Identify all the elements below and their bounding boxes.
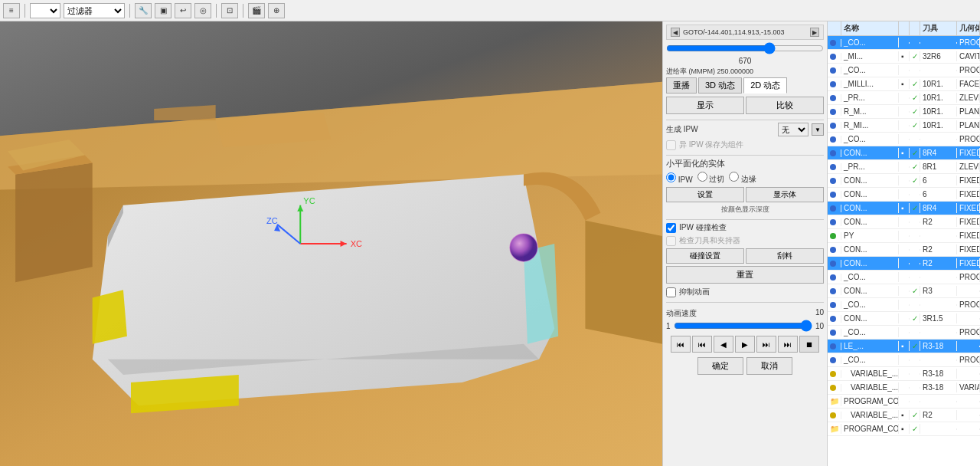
ok-cancel-row: 确定 取消 [666, 357, 824, 375]
tree-row[interactable]: CON... R2 FIXED_C... [828, 215, 980, 229]
cancel-btn[interactable]: 取消 [746, 357, 792, 375]
tree-vis [899, 42, 910, 44]
toolbar-btn-3[interactable]: ↩ [175, 3, 191, 18]
svg-text:XC: XC [351, 239, 362, 248]
tree-row[interactable]: _CO... PROGR... [828, 64, 980, 77]
material-btn[interactable]: 刮料 [746, 248, 824, 264]
tab-2d[interactable]: 2D 动态 [743, 77, 787, 94]
toolbar-btn-1[interactable]: 🔧 [135, 3, 152, 18]
goto-end-btn[interactable]: ⏭ [778, 336, 798, 353]
tree-row[interactable]: R_M... ✓ 10R1. PLANAR... [828, 105, 980, 119]
tree-name: CON... [841, 189, 899, 199]
tree-row[interactable]: CON... ✓ 6 FIXED_C... [828, 174, 980, 188]
tree-body[interactable]: _CO... PROGR... _MI... ▪ ✓ 32R6 CAVITY..… [828, 36, 980, 466]
svg-marker-2 [15, 162, 93, 282]
toolbar-btn-4[interactable]: ◎ [194, 3, 211, 18]
status-dot [830, 247, 836, 253]
tree-row[interactable]: _MI... ▪ ✓ 32R6 CAVITY... [828, 50, 980, 64]
tree-tool: 10R1. [920, 93, 957, 103]
tree-row[interactable]: CON... R2 FIXED_C... [828, 257, 980, 271]
tree-row[interactable]: 📁 PROGRAM_CO... ▪ ✓ [828, 422, 980, 436]
goto-start-btn[interactable]: ⏮ [671, 336, 691, 353]
check-tool-check[interactable] [666, 236, 676, 246]
tree-geom: PROGR... [957, 38, 980, 48]
tree-row[interactable]: CON... R2 FIXED_C... [828, 243, 980, 257]
status-dot [830, 371, 836, 377]
view-select[interactable]: 过滤器 [64, 3, 125, 18]
tree-row[interactable]: _CO... PROGR... [828, 326, 980, 340]
filter-select[interactable] [30, 3, 60, 18]
tree-geom: ZLEVEL... [957, 93, 980, 103]
tree-tool [920, 70, 957, 71]
tree-check [910, 249, 920, 251]
step-back-btn[interactable]: ⏮ [692, 336, 712, 353]
save-ipw-check[interactable] [666, 140, 676, 150]
goto-next-btn[interactable]: ▶ [810, 28, 819, 37]
tree-row[interactable]: CON... ▪ ✓ 8R4 FIXED_C... [828, 202, 980, 215]
reset-btn[interactable]: 重置 [666, 266, 824, 284]
tree-row[interactable]: _MILLI... ▪ ✓ 10R1. FACE_MI... [828, 77, 980, 91]
collision-settings-btn[interactable]: 碰撞设置 [666, 248, 744, 264]
tree-row[interactable]: _CO... PROGR... [828, 298, 980, 312]
tree-row[interactable]: VARIABLE_... R3-18 VARIAB... [828, 381, 980, 395]
tree-row[interactable]: VARIABLE_... ▪ ✓ R2 [828, 409, 980, 422]
tree-geom: VARIAB... [957, 382, 980, 392]
status-dot [830, 219, 836, 225]
svg-marker-13 [154, 105, 215, 120]
stop-btn[interactable]: ⏹ [799, 336, 819, 353]
step-fwd-btn[interactable]: ⏭ [756, 336, 776, 353]
tree-row[interactable]: LE_... ▪ ✓ R3-18 [828, 340, 980, 353]
goto-prev-btn[interactable]: ◀ [671, 28, 680, 37]
tree-tool: 6 [920, 176, 957, 185]
viewport[interactable]: XC YC ZC [0, 21, 662, 466]
display-btn[interactable]: 显示 [666, 97, 744, 114]
save-ipw-label: 异 IPW 保存为组件 [679, 139, 743, 150]
tree-geom: PROGR... [957, 134, 980, 144]
display2-btn[interactable]: 显示体 [746, 187, 824, 202]
tree-row[interactable]: _CO... PROGR... [828, 36, 980, 50]
tree-check [910, 235, 920, 237]
toolbar-btn-7[interactable]: ⊕ [268, 3, 285, 18]
tree-geom: PLANAR... [957, 120, 980, 130]
ok-btn[interactable]: 确定 [697, 357, 743, 375]
col-vis [899, 21, 910, 35]
tree-row[interactable]: R_MI... ✓ 10R1. PLANAR... [828, 119, 980, 133]
anim-speed-slider[interactable] [674, 320, 812, 331]
ipw-toggle-btn[interactable]: ▼ [812, 123, 824, 136]
play-fwd-btn[interactable]: ▶ [735, 336, 755, 353]
tree-row[interactable]: _CO... PROGR... [828, 271, 980, 284]
position-slider[interactable] [666, 43, 824, 54]
tree-row[interactable]: CON... ✓ R3 [828, 284, 980, 298]
tree-row[interactable]: _CO... PROGR... [828, 353, 980, 367]
tree-row[interactable]: CON... ✓ 3R1.5 [828, 312, 980, 326]
set-btn[interactable]: 设置 [666, 187, 744, 202]
play-back-btn[interactable]: ◀ [714, 336, 733, 353]
tree-row[interactable]: _CO... PROGR... [828, 133, 980, 146]
radio-row: IPW 过切 边缘 [666, 172, 824, 185]
collision-check[interactable] [666, 223, 676, 233]
tree-row[interactable]: 📁 PROGRAM_CO... [828, 395, 980, 409]
tree-vis: ▪ [899, 424, 910, 434]
tab-replay[interactable]: 重播 [666, 77, 697, 94]
tree-row[interactable]: VARIABLE_... R3-18 [828, 367, 980, 381]
toolbar-btn-5[interactable]: ⊡ [221, 3, 238, 18]
radio-3d[interactable] [697, 172, 707, 182]
menu-btn[interactable]: ≡ [3, 3, 20, 18]
tree-row[interactable]: _PR... ✓ 10R1. ZLEVEL... [828, 91, 980, 105]
tree-geom [957, 415, 980, 416]
tree-row[interactable]: CON... ▪ ✓ 8R4 FIXED_C... [828, 146, 980, 160]
ipw-select[interactable]: 无 [778, 123, 808, 136]
radio-ipw[interactable] [666, 172, 676, 182]
suppress-anim-check[interactable] [666, 287, 676, 297]
toolbar-btn-6[interactable]: 🎬 [248, 3, 265, 18]
tree-row[interactable]: CON... 6 FIXED_C... [828, 188, 980, 202]
tab-3d[interactable]: 3D 动态 [698, 77, 742, 94]
tree-vis [899, 97, 910, 99]
top-toolbar: ≡ 过滤器 🔧 ▣ ↩ ◎ ⊡ 🎬 ⊕ [0, 0, 980, 21]
radio-edge[interactable] [729, 172, 739, 182]
tree-name: _PR... [841, 93, 899, 103]
toolbar-btn-2[interactable]: ▣ [155, 3, 172, 18]
compare-btn[interactable]: 比较 [746, 97, 824, 114]
tree-row[interactable]: _PR... ✓ 8R1 ZLEVEL... [828, 160, 980, 174]
tree-row[interactable]: PY FIXED_C... [828, 229, 980, 243]
